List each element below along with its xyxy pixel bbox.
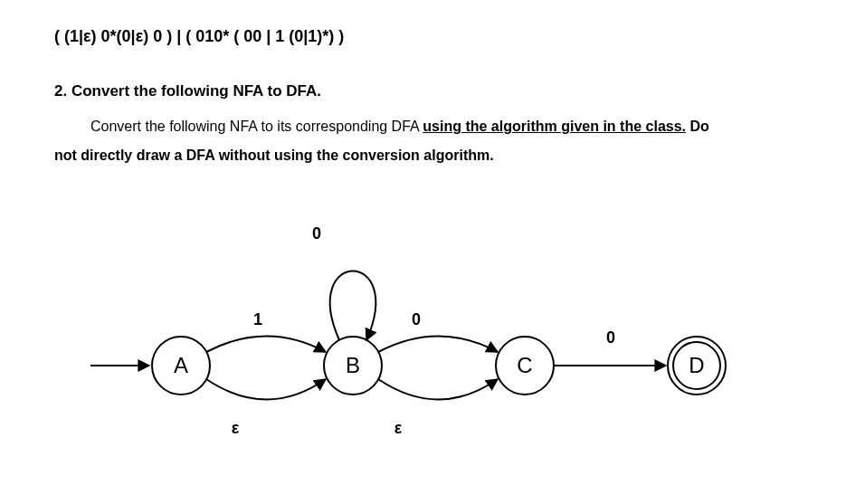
edge-C-D-0-label: 0 (606, 328, 615, 347)
body-text-pre: Convert the following NFA to its corresp… (90, 119, 423, 134)
state-A-label: A (174, 353, 188, 377)
question-body-line-1: Convert the following NFA to its corresp… (54, 117, 792, 137)
edge-B-C-0-label: 0 (412, 310, 421, 328)
edge-B-C-0 (378, 336, 498, 352)
state-D-label: D (689, 353, 704, 377)
edge-A-B-eps-label: ε (232, 419, 240, 437)
edge-B-B-0-label: 0 (312, 224, 321, 242)
edge-B-C-eps (378, 379, 498, 400)
edge-B-C-eps-label: ε (394, 419, 403, 437)
regex-expression: ( (1|ε) 0*(0|ε) 0 ) | ( 010* ( 00 | 1 (0… (54, 27, 792, 46)
question-heading: 2. Convert the following NFA to DFA. (54, 82, 792, 100)
edge-A-B-eps (206, 379, 326, 400)
edge-B-B-0 (330, 271, 376, 340)
question-body-line-2: not directly draw a DFA without using th… (54, 146, 792, 166)
edge-A-B-1-label: 1 (253, 310, 262, 328)
page-content: ( (1|ε) 0*(0|ε) 0 ) | ( 010* ( 00 | 1 (0… (0, 0, 846, 492)
state-B-label: B (346, 353, 360, 377)
state-C-label: C (517, 353, 532, 377)
body-text-underlined: using the algorithm given in the class. (423, 119, 686, 134)
edge-A-B-1 (206, 336, 326, 352)
nfa-diagram: A B C D 1 ε 0 0 ε (54, 185, 796, 465)
body-text-post: Do (686, 119, 709, 134)
